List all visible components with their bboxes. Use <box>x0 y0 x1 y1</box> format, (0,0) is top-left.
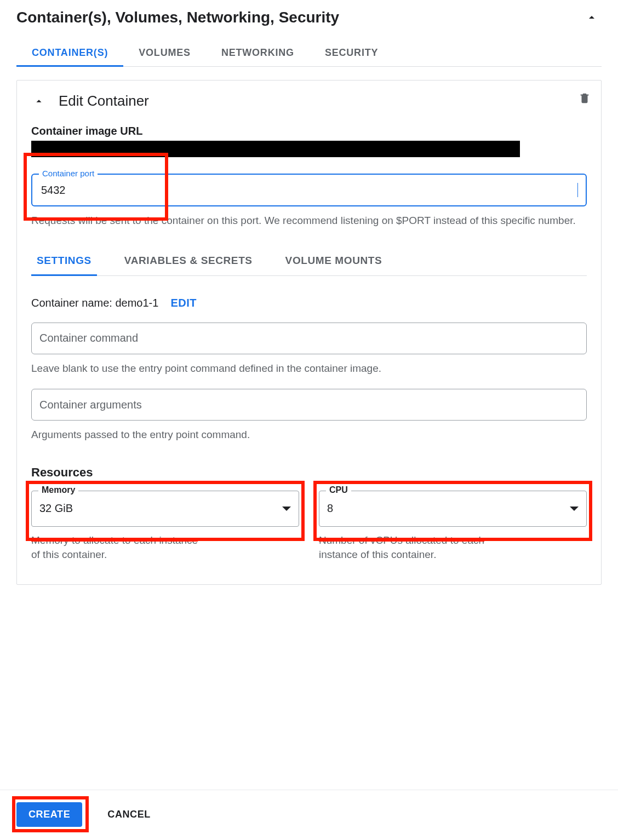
container-args-input[interactable]: Container arguments <box>31 389 587 421</box>
container-command-placeholder: Container command <box>39 332 138 344</box>
edit-container-name-link[interactable]: EDIT <box>170 297 197 309</box>
container-command-input[interactable]: Container command <box>31 323 587 354</box>
memory-hint-line2: of this container. <box>31 548 299 562</box>
memory-label: Memory <box>38 485 78 495</box>
section-header: Container(s), Volumes, Networking, Secur… <box>0 0 618 32</box>
footer-bar: CREATE CANCEL <box>0 790 618 840</box>
chevron-up-icon <box>585 11 598 24</box>
trash-icon <box>579 92 591 104</box>
chevron-up-icon <box>33 95 45 107</box>
container-port-hint: Requests will be sent to the container o… <box>31 213 587 228</box>
container-port-label: Container port <box>39 169 98 178</box>
container-panel-title: Edit Container <box>59 93 149 110</box>
container-port-input[interactable] <box>40 183 578 197</box>
cpu-label: CPU <box>326 485 351 495</box>
image-url-value-redacted <box>31 141 520 157</box>
collapse-section-button[interactable] <box>582 8 602 27</box>
tab-variables-secrets[interactable]: VARIABLES & SECRETS <box>119 248 258 275</box>
container-command-hint: Leave blank to use the entry point comma… <box>31 361 587 376</box>
container-sub-tabs: SETTINGS VARIABLES & SECRETS VOLUME MOUN… <box>31 248 587 276</box>
tab-containers[interactable]: CONTAINER(S) <box>16 39 123 66</box>
memory-value: 32 GiB <box>39 502 73 515</box>
container-name-value: demo1-1 <box>115 297 158 309</box>
chevron-down-icon <box>570 507 579 511</box>
create-button[interactable]: CREATE <box>16 802 82 827</box>
container-port-field[interactable]: Container port <box>31 174 587 206</box>
resources-title: Resources <box>31 465 587 480</box>
edit-container-card: Edit Container Container image URL Conta… <box>16 80 602 585</box>
tab-volumes[interactable]: VOLUMES <box>123 39 206 66</box>
tab-security[interactable]: SECURITY <box>310 39 393 66</box>
tab-settings[interactable]: SETTINGS <box>31 248 97 275</box>
container-args-hint: Arguments passed to the entry point comm… <box>31 427 587 442</box>
chevron-down-icon <box>282 507 291 511</box>
text-caret <box>577 183 578 197</box>
cpu-select[interactable]: CPU 8 <box>319 491 587 527</box>
cpu-hint-line1: Number of vCPUs allocated to each <box>319 533 587 548</box>
image-url-label: Container image URL <box>31 125 587 137</box>
tab-networking[interactable]: NETWORKING <box>206 39 310 66</box>
memory-select[interactable]: Memory 32 GiB <box>31 491 299 527</box>
cpu-value: 8 <box>327 502 333 515</box>
tab-volume-mounts[interactable]: VOLUME MOUNTS <box>280 248 388 275</box>
container-args-placeholder: Container arguments <box>39 399 142 411</box>
cancel-button[interactable]: CANCEL <box>104 808 154 821</box>
cpu-hint-line2: instance of this container. <box>319 548 587 562</box>
delete-container-button[interactable] <box>577 90 592 106</box>
section-title: Container(s), Volumes, Networking, Secur… <box>16 9 339 26</box>
section-tabs: CONTAINER(S) VOLUMES NETWORKING SECURITY <box>16 39 602 67</box>
collapse-container-button[interactable] <box>31 94 47 109</box>
memory-hint-line1: Memory to allocate to each instance <box>31 533 299 548</box>
container-name-label: Container name: demo1-1 <box>31 297 158 309</box>
